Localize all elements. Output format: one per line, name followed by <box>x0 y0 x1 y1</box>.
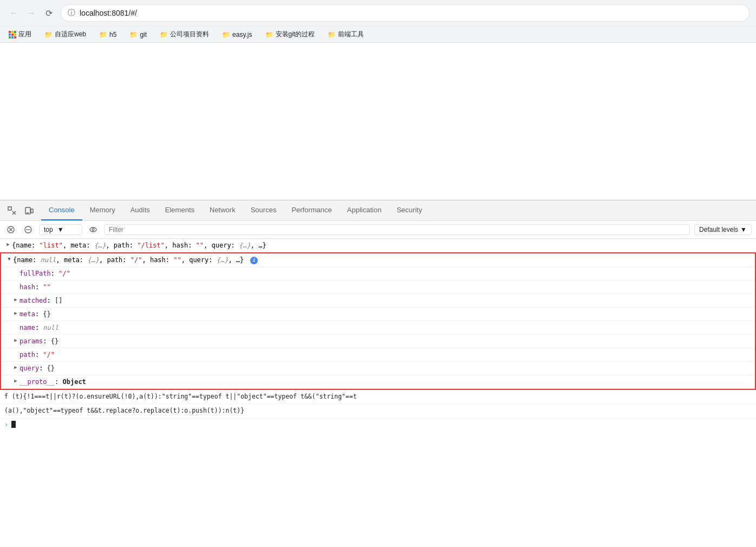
prompt-cursor <box>11 421 16 428</box>
spacer <box>12 323 19 330</box>
bookmark-company-label: 公司项目资料 <box>170 30 209 39</box>
element-picker-icon[interactable] <box>4 203 19 218</box>
tab-console[interactable]: Console <box>41 200 82 220</box>
folder-icon: 📁 <box>222 31 230 38</box>
svg-rect-0 <box>8 207 11 210</box>
nav-buttons: ← → ⟳ <box>6 5 56 21</box>
prop-meta[interactable]: ▶ meta: {} <box>1 308 755 321</box>
devtools-toolbar: Console Memory Audits Elements Network S… <box>0 200 756 221</box>
prop-matched[interactable]: ▶ matched: [] <box>1 294 755 308</box>
prop-fullpath: fullPath: "/" <box>1 267 755 281</box>
bookmark-install-git[interactable]: 📁 安装git的过程 <box>263 29 317 40</box>
bookmark-company[interactable]: 📁 公司项目资料 <box>158 29 211 40</box>
svg-rect-2 <box>31 209 33 213</box>
browser-chrome: ← → ⟳ ⓘ localhost:8081/#/ 应用 📁 自适应web 📁 … <box>0 0 756 43</box>
bookmark-easyjs-label: easy.js <box>232 31 252 38</box>
expand-triangle-icon[interactable]: ▶ <box>12 377 19 385</box>
address-bar-container[interactable]: ⓘ localhost:8081/#/ <box>61 4 750 22</box>
folder-icon: 📁 <box>265 31 273 38</box>
folder-icon: 📁 <box>160 31 168 38</box>
svg-point-10 <box>92 229 94 231</box>
folder-icon: 📁 <box>129 31 138 38</box>
console-output: ▶ {name: "list", meta: {…}, path: "/list… <box>0 239 756 431</box>
tab-network[interactable]: Network <box>202 200 243 220</box>
spacer <box>12 269 19 276</box>
apps-grid-icon <box>9 31 16 38</box>
svg-point-9 <box>90 227 96 232</box>
device-mode-icon[interactable] <box>22 203 37 218</box>
console-func-line: f (t){!1===t||r(t)?(o.ensureURL(!0),a(t)… <box>0 390 756 404</box>
tab-memory[interactable]: Memory <box>82 200 123 220</box>
tab-application[interactable]: Application <box>340 200 389 220</box>
prop-path: path: "/" <box>1 348 755 362</box>
expand-triangle-icon[interactable]: ▶ <box>12 336 19 344</box>
prop-proto[interactable]: ▶ __proto__: Object <box>1 375 755 389</box>
expand-triangle-icon[interactable]: ▶ <box>4 240 12 248</box>
expand-triangle-icon[interactable]: ▶ <box>12 309 19 317</box>
console-line-1[interactable]: ▶ {name: "list", meta: {…}, path: "/list… <box>0 239 756 252</box>
tab-security[interactable]: Security <box>389 200 429 220</box>
back-button[interactable]: ← <box>6 5 22 21</box>
browser-titlebar: ← → ⟳ ⓘ localhost:8081/#/ <box>0 0 756 26</box>
prop-hash: hash: "" <box>1 281 755 294</box>
default-levels-label: Default levels <box>699 226 738 233</box>
context-selector[interactable]: top ▼ <box>39 224 82 235</box>
bookmark-adaptive-label: 自适应web <box>55 30 86 39</box>
chevron-down-icon: ▼ <box>57 226 64 233</box>
console-object-expanded: ▼ {name: null, meta: {…}, path: "/", has… <box>0 252 756 390</box>
refresh-button[interactable]: ⟳ <box>41 5 56 21</box>
devtools-panel: Console Memory Audits Elements Network S… <box>0 200 756 431</box>
folder-icon: 📁 <box>44 31 53 38</box>
func-text-1: f (t){!1===t||r(t)?(o.ensureURL(!0),a(t)… <box>4 393 357 400</box>
expand-triangle-icon[interactable]: ▶ <box>12 296 19 303</box>
prompt-arrow-icon: › <box>4 421 8 428</box>
info-badge[interactable]: i <box>250 257 258 264</box>
bookmark-easyjs[interactable]: 📁 easy.js <box>220 30 254 40</box>
bookmarks-bar: 应用 📁 自适应web 📁 h5 📁 git 📁 公司项目资料 📁 easy.j… <box>0 26 756 42</box>
bookmark-h5[interactable]: 📁 h5 <box>97 30 119 40</box>
spacer <box>12 350 19 357</box>
prop-params[interactable]: ▶ params: {} <box>1 335 755 348</box>
expand-triangle-icon[interactable]: ▶ <box>12 363 19 371</box>
bookmark-frontend[interactable]: 📁 前端工具 <box>325 29 366 40</box>
console-func-line-2: (a(),"object"==typeof t&&t.replace?o.rep… <box>0 404 756 418</box>
context-value: top <box>44 226 53 233</box>
clear-console-button[interactable] <box>4 223 17 236</box>
info-icon: ⓘ <box>68 8 75 18</box>
devtools-tabs: Console Memory Audits Elements Network S… <box>41 200 429 220</box>
default-levels-dropdown[interactable]: Default levels ▼ <box>694 224 752 235</box>
eye-icon-button[interactable] <box>87 223 100 236</box>
func-text-2: (a(),"object"==typeof t&&t.replace?o.rep… <box>4 407 244 414</box>
prop-query[interactable]: ▶ query: {} <box>1 362 755 375</box>
console-line-2-text: {name: null, meta: {…}, path: "/", hash:… <box>13 255 751 265</box>
console-prompt[interactable]: › <box>0 419 756 431</box>
bookmark-apps[interactable]: 应用 <box>6 29 34 40</box>
tab-sources[interactable]: Sources <box>243 200 284 220</box>
folder-icon: 📁 <box>328 31 336 38</box>
bookmark-git[interactable]: 📁 git <box>127 30 149 40</box>
chevron-down-icon: ▼ <box>740 226 747 233</box>
expand-triangle-icon[interactable]: ▼ <box>5 255 13 263</box>
spacer <box>12 282 19 290</box>
forward-button[interactable]: → <box>24 5 39 21</box>
tab-audits[interactable]: Audits <box>123 200 158 220</box>
devtools-icon-group <box>0 203 41 218</box>
tab-performance[interactable]: Performance <box>284 200 339 220</box>
console-line-2-summary[interactable]: ▼ {name: null, meta: {…}, path: "/", has… <box>1 253 755 267</box>
filter-input[interactable] <box>104 224 690 235</box>
bookmark-apps-label: 应用 <box>18 30 31 39</box>
bookmark-git-label: git <box>140 31 147 38</box>
console-toolbar: top ▼ Default levels ▼ <box>0 221 756 239</box>
folder-icon: 📁 <box>99 31 107 38</box>
bookmark-frontend-label: 前端工具 <box>338 30 364 39</box>
address-url: localhost:8081/#/ <box>80 9 742 17</box>
bookmark-adaptive[interactable]: 📁 自适应web <box>42 29 88 40</box>
prop-name: name: null <box>1 321 755 335</box>
bookmark-h5-label: h5 <box>109 31 116 38</box>
block-requests-button[interactable] <box>22 223 35 236</box>
page-content <box>0 43 756 200</box>
console-line-1-text: {name: "list", meta: {…}, path: "/list",… <box>12 240 752 250</box>
tab-elements[interactable]: Elements <box>158 200 202 220</box>
bookmark-install-git-label: 安装git的过程 <box>276 30 315 39</box>
